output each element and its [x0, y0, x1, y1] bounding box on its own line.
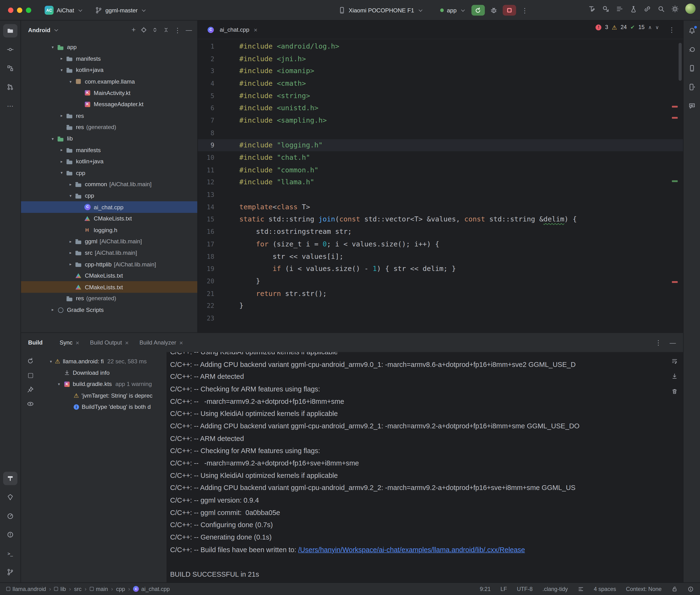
- breadcrumb-item[interactable]: main: [89, 586, 108, 592]
- close-window-button[interactable]: [8, 8, 13, 13]
- tree-item-res[interactable]: ▸res: [21, 110, 197, 121]
- search-icon[interactable]: [657, 5, 665, 12]
- tree-item-cpp-httplib[interactable]: ▸cpp-httplib[AiChat.lib.main]: [21, 259, 197, 270]
- tree-item-ai-chat-cpp[interactable]: ai_chat.cpp: [21, 201, 197, 213]
- tree-item-res[interactable]: res(generated): [21, 293, 197, 304]
- chevron-open-icon[interactable]: ▾: [49, 136, 57, 141]
- problems-tool-button[interactable]: [3, 528, 18, 541]
- structure-tool-button[interactable]: [3, 62, 18, 75]
- chevron-closed-icon[interactable]: ▸: [58, 56, 66, 61]
- run-configuration-selector[interactable]: app: [439, 4, 466, 17]
- tab-build-output[interactable]: Build Output×: [85, 333, 134, 352]
- line-separator[interactable]: LF: [500, 586, 507, 592]
- close-icon[interactable]: ×: [125, 339, 129, 346]
- scroll-to-end-button[interactable]: [669, 371, 680, 382]
- lock-icon[interactable]: [671, 586, 678, 592]
- pin-tab-button[interactable]: [25, 384, 36, 395]
- error-stripe-mark[interactable]: [672, 106, 678, 107]
- link-icon[interactable]: [644, 5, 651, 12]
- vcs-branch-selector[interactable]: ggml-master: [91, 4, 149, 17]
- download-info-node[interactable]: Download info: [40, 367, 167, 378]
- tree-item-common[interactable]: ▸common[AiChat.lib.main]: [21, 178, 197, 190]
- debug-icon[interactable]: [490, 7, 497, 14]
- previous-problem-icon[interactable]: ∧: [648, 24, 652, 30]
- tree-item-logging-h[interactable]: logging.h: [21, 224, 197, 236]
- tab-sync[interactable]: Sync×: [54, 333, 85, 352]
- chevron-open-icon[interactable]: ▾: [47, 359, 55, 364]
- notifications-tool-button[interactable]: [684, 24, 699, 37]
- zoom-window-button[interactable]: [26, 8, 31, 13]
- next-problem-icon[interactable]: ∨: [655, 24, 659, 30]
- panel-options-icon[interactable]: ⋮: [174, 27, 181, 33]
- tree-item-gradle-scripts[interactable]: ▸Gradle Scripts: [21, 304, 197, 316]
- chevron-closed-icon[interactable]: ▸: [66, 239, 75, 244]
- tree-item-kotlin-java[interactable]: ▸kotlin+java: [21, 156, 197, 167]
- expand-all-icon[interactable]: [152, 27, 158, 33]
- chevron-closed-icon[interactable]: ▸: [58, 114, 66, 118]
- code-area[interactable]: 1#include <android/log.h>2#include <jni.…: [198, 39, 683, 332]
- assistant-tool-button[interactable]: [684, 99, 699, 112]
- preview-button[interactable]: [25, 399, 36, 409]
- editor-options-icon[interactable]: ⋮: [668, 26, 675, 33]
- warning-node[interactable]: ⚠ 'jvmTarget: String' is deprec: [40, 390, 167, 401]
- editor-scrollbar[interactable]: [678, 43, 682, 81]
- error-stripe-mark[interactable]: [672, 281, 678, 283]
- pull-requests-tool-button[interactable]: [3, 80, 18, 93]
- build-console[interactable]: C/C++: -- Using KleidiAI optimized kerne…: [167, 352, 666, 583]
- error-stripe-mark[interactable]: [672, 117, 678, 119]
- breadcrumb-item[interactable]: src: [74, 586, 81, 592]
- tree-item-mainactivity-kt[interactable]: MainActivity.kt: [21, 87, 197, 98]
- profile-avatar[interactable]: [685, 4, 696, 14]
- version-control-tool-button[interactable]: [3, 565, 18, 579]
- tree-item-cpp[interactable]: ▾cpp: [21, 167, 197, 178]
- task-list-icon[interactable]: [616, 5, 623, 12]
- build-root-node[interactable]: ▾ ⚠ llama.android: fi 22 sec, 583 ms: [40, 356, 167, 367]
- more-tools-button[interactable]: ⋯: [3, 99, 18, 112]
- tree-item-manifests[interactable]: ▸manifests: [21, 53, 197, 64]
- chevron-open-icon[interactable]: ▾: [49, 45, 57, 50]
- chevron-open-icon[interactable]: ▾: [66, 79, 75, 84]
- tree-item-cmakelists-txt[interactable]: CMakeLists.txt: [21, 270, 197, 281]
- tree-item-src[interactable]: ▸src[AiChat.lib.main]: [21, 247, 197, 259]
- more-actions-icon[interactable]: ⋮: [521, 7, 528, 13]
- terminal-tool-button[interactable]: >_: [3, 547, 18, 560]
- chevron-closed-icon[interactable]: ▸: [66, 262, 75, 266]
- rename-refactor-icon[interactable]: [588, 5, 595, 12]
- build-options-icon[interactable]: ⋮: [655, 339, 662, 346]
- hide-panel-icon[interactable]: —: [186, 26, 192, 34]
- chevron-open-icon[interactable]: ▾: [55, 382, 63, 387]
- chevron-closed-icon[interactable]: ▸: [58, 148, 66, 152]
- tree-item-res[interactable]: res(generated): [21, 121, 197, 133]
- build-tool-button[interactable]: [3, 472, 18, 485]
- close-icon[interactable]: ×: [179, 339, 183, 346]
- tree-item-kotlin-java[interactable]: ▾kotlin+java: [21, 64, 197, 76]
- inspections-widget[interactable]: 3 ⚠24 ✔15 ∧ ∨: [596, 24, 659, 30]
- breadcrumb-item[interactable]: Cai_chat.cpp: [133, 586, 170, 592]
- context-widget[interactable]: Context: None: [626, 586, 662, 592]
- close-icon[interactable]: ×: [254, 26, 257, 33]
- clear-console-button[interactable]: [669, 386, 680, 397]
- tree-item-lib[interactable]: ▾lib: [21, 133, 197, 144]
- tree-item-cpp[interactable]: ▾cpp: [21, 190, 197, 201]
- breadcrumb-item[interactable]: cpp: [116, 586, 125, 592]
- info-node[interactable]: BuildType 'debug' is both d: [40, 401, 167, 413]
- file-encoding[interactable]: UTF-8: [517, 586, 533, 592]
- stop-sync-button[interactable]: [25, 370, 36, 381]
- run-button[interactable]: [471, 5, 485, 16]
- console-file-link[interactable]: /Users/hanyin/Workspace/ai-chat/examples…: [298, 546, 525, 554]
- chevron-closed-icon[interactable]: ▸: [58, 159, 66, 164]
- chevron-closed-icon[interactable]: ▸: [49, 308, 57, 312]
- search-replace-icon[interactable]: [603, 5, 610, 12]
- close-icon[interactable]: ×: [76, 339, 79, 346]
- info-icon[interactable]: [688, 586, 694, 592]
- project-view-selector[interactable]: Android: [28, 27, 50, 33]
- add-icon[interactable]: +: [132, 26, 136, 34]
- gradle-file-node[interactable]: ▾ build.gradle.kts app 1 warning: [40, 378, 167, 390]
- gradle-tool-button[interactable]: [684, 43, 699, 56]
- rerun-sync-button[interactable]: [25, 356, 36, 366]
- tree-item-cmakelists-txt[interactable]: CMakeLists.txt: [21, 281, 197, 293]
- chevron-open-icon[interactable]: ▾: [58, 68, 66, 73]
- locate-file-icon[interactable]: [141, 27, 147, 33]
- tree-item-com-example-llama[interactable]: ▾com.example.llama: [21, 76, 197, 87]
- tree-item-cmakelists-txt[interactable]: CMakeLists.txt: [21, 213, 197, 224]
